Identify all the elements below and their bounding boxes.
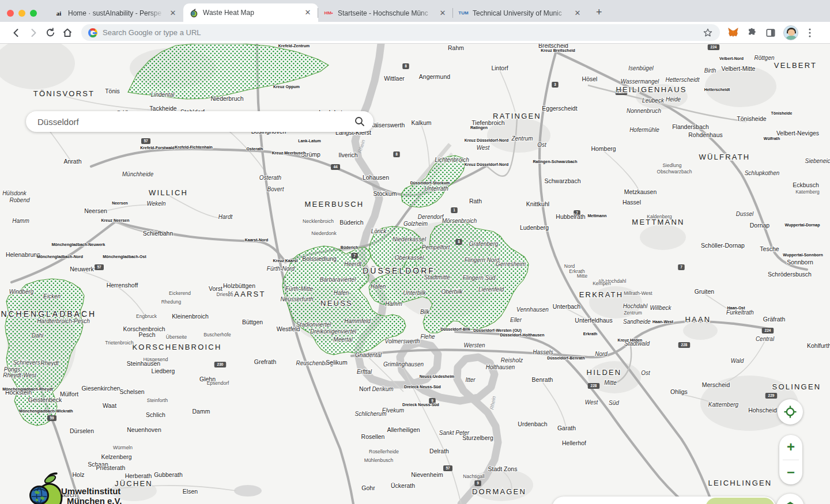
map-label: Erfttal [357,369,372,375]
svg-text:1: 1 [453,208,455,212]
address-bar[interactable]: Search Google or type a URL [81,24,720,41]
home-icon[interactable] [62,27,73,39]
fullscreen-window-button[interactable] [30,10,37,17]
map-label: Unterbach [553,303,581,310]
map-label: Katemberg [795,189,820,195]
map-label: Mönchengladbach-Neuwerk [52,242,105,247]
map-label: Hetterscheidt [666,77,700,83]
map-label: Nachtigall [463,473,484,479]
tab-close-icon[interactable]: ✕ [168,9,178,18]
side-panel-icon[interactable] [765,27,776,39]
map-label: Wülfrath [764,137,780,141]
map-label: Necklenbroich [303,218,334,224]
map-label: Millrath-West [624,290,652,296]
tab-title: Waste Heat Map [203,9,299,17]
umweltinstitut-logo: Umweltinstitut München e.V. [29,470,122,504]
map-label: Hafen [371,283,386,290]
map-label: Düsseldorf-Stockum [410,181,450,185]
tum-favicon-icon: TUM [459,9,468,18]
map-label: MEERBUSCH [305,200,364,209]
map-label: Hellerhof [562,439,586,446]
map-search-input[interactable] [37,117,354,127]
map-label: Dürselen [70,427,94,434]
minimize-window-button[interactable] [18,10,25,17]
tab-close-icon[interactable]: ✕ [438,9,447,18]
map-label: Driesch [217,291,233,297]
map-label: Kreuz Meerbusch [272,151,305,155]
map-label: Ohligs [670,388,688,395]
map-search-bar[interactable] [26,111,373,132]
map-label: Bolssiedlung [302,255,337,262]
hm-favicon-icon: HM• [324,9,333,18]
back-icon[interactable] [10,27,22,39]
map-label: Geistenbeck [28,396,62,403]
close-window-button[interactable] [7,10,14,17]
zoom-in-button[interactable]: + [779,435,802,460]
map-label: Flehe [420,334,435,340]
bookmark-star-icon[interactable] [703,28,713,38]
locate-button[interactable] [778,399,803,425]
map-label: Meertal [333,336,353,343]
map-label: Wald [731,358,744,364]
map-label: Steinhausen [127,360,161,367]
metamask-icon[interactable] [727,26,740,39]
profile-avatar[interactable] [783,25,798,40]
map-canvas[interactable]: 5757574477788813992242242272282282292305… [0,44,830,504]
map-label: Mönchengladbach-Rheydt [2,387,53,392]
map-label: Oberbilk [441,289,463,295]
map-label: Bovert [267,186,285,192]
map-label: Neuenhoven [127,426,161,433]
map-label: Furkeltrath [726,309,754,316]
map-label: Ückerath [391,482,415,489]
new-tab-button[interactable]: + [596,6,602,18]
map-label: Kreuz Düsseldorf-Nord [465,138,509,142]
layer-mode-potential[interactable]: Potential [705,498,775,504]
map-label: Lintorf [491,65,508,71]
extensions-puzzle-icon[interactable] [746,27,758,39]
browser-tab-1[interactable]: aiHome · sustAInability - Perspe✕ [48,4,183,22]
locate-icon [783,405,797,419]
map-label: Hofermühle [629,127,659,133]
map-label: Katternberg [708,401,739,408]
map-label: Kaldenberg [647,214,672,219]
map-label: Gubberath [154,471,183,478]
map-label: Kreuz Düsseldorf-Nord [465,162,509,166]
reload-icon[interactable] [45,27,56,38]
browser-tab-3[interactable]: HM•Startseite - Hochschule Münc✕ [318,4,453,22]
map-label: Büttgen [242,319,263,325]
map-label: Düsseldorf-Holthausen [500,333,544,337]
map-label: Reisholz [501,357,523,363]
map-label: Leubeck [642,97,665,104]
map-label: Grafenberg [469,241,499,247]
map-label: Grefrath [254,358,277,365]
map-label: Giesenkirchen [81,385,120,392]
map-label: Velbert-Mitte [722,65,756,72]
map-label: Haan-West [652,320,674,324]
map-label: Mülfort [60,391,78,397]
forward-icon[interactable] [28,27,39,39]
svg-text:8: 8 [405,64,407,68]
map-label: Düsseldorf-Benrath [547,356,584,360]
map-label: Mönchengladbach-Ost [103,255,146,259]
map-label: Nonnenbruch [627,108,661,114]
tab-close-icon[interactable]: ✕ [573,9,582,18]
menu-kebab-icon[interactable] [805,28,814,38]
map-label: Volmerswerth [385,338,420,344]
map-label: Selikum [326,359,348,366]
search-icon[interactable] [354,116,365,127]
map-label: Angermund [419,73,450,80]
zoom-out-button[interactable]: − [779,460,802,485]
browser-tab-2[interactable]: Waste Heat Map✕ [183,3,318,22]
svg-text:230: 230 [217,362,224,366]
map-label: Ost [641,370,651,376]
map-label: Kreuz Hilden [618,338,643,342]
map-label: Dreieck Neuss-Süd [402,403,439,407]
map-label: NEUSS [320,299,353,308]
map-label: Tönisheide [737,115,767,122]
tab-close-icon[interactable]: ✕ [303,8,312,17]
browser-tab-4[interactable]: TUMTechnical University of Munic✕ [453,4,588,22]
map-label: Rahm [448,44,464,51]
map-label: Mönchengladbach-Wickrath [19,409,73,414]
map-label: Schlupkothen [745,170,780,176]
map-label: Rosellerheide [369,449,399,454]
